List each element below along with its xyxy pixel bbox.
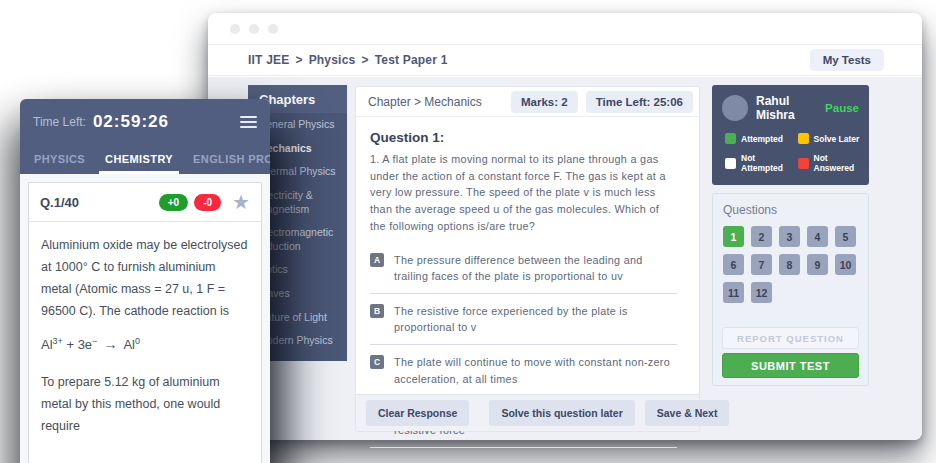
option-c[interactable]: C The plate will continue to move with c… [356,345,699,386]
user-panel: Rahul Mishra Pause Attempted Solve Later… [712,85,869,185]
legend-not-attempted-label: Not Attempted [741,153,794,173]
breadcrumb-item-physics[interactable]: Physics [309,53,356,67]
option-a-text: The pressure difference between the lead… [394,252,677,284]
question-chip-12[interactable]: 12 [751,282,772,303]
cathode-reaction-formula: Al3+ + 3e−→Al0 [41,336,249,352]
breadcrumb-item-test-paper[interactable]: Test Paper 1 [375,53,448,67]
chapter-path-label: Chapter > Mechanics [368,95,503,109]
reaction-arrow-icon: → [103,336,117,352]
option-a[interactable]: A The pressure difference between the le… [356,243,699,284]
window-control-icon[interactable] [268,24,278,34]
option-b-text: The resistive force experienced by the p… [394,303,677,335]
browser-chrome [208,13,922,45]
questions-palette-title: Questions [723,203,858,217]
user-avatar [722,95,748,121]
user-row: Rahul Mishra Pause [712,85,869,130]
attempted-swatch-icon [725,133,736,144]
top-navbar: IIT JEE>Physics>Test Paper 1 My Tests [208,45,922,76]
marks-badge: Marks: 2 [511,91,578,113]
question-chip-8[interactable]: 8 [779,254,800,275]
mobile-header: Time Left: 02:59:26 [20,99,270,144]
question-chip-9[interactable]: 9 [807,254,828,275]
tab-chemistry[interactable]: CHEMISTRY [95,144,183,174]
mobile-question-card: Q.1/40 +0 -0 ★ Aluminium oxide may be el… [28,182,262,463]
window-control-icon[interactable] [230,24,240,34]
question-actions-bar: Clear Response Solve this question later… [356,394,699,431]
legend-not-answered: Not Answered [798,153,861,173]
time-left-badge: Time Left: 25:06 [586,91,693,113]
question-chip-10[interactable]: 10 [835,254,856,275]
status-legend: Attempted Solve Later Not Attempted Not … [712,130,869,175]
breadcrumb-separator: > [295,53,302,67]
mobile-timer: 02:59:26 [93,112,169,132]
questions-palette: Questions 1 2 3 4 5 6 7 8 9 10 11 12 REP… [712,193,869,386]
legend-not-attempted: Not Attempted [725,153,794,173]
hamburger-menu-icon[interactable] [240,113,257,131]
tab-english-proficiency[interactable]: ENGLISH PROFICIENCY [183,144,270,174]
mobile-body: Q.1/40 +0 -0 ★ Aluminium oxide may be el… [20,174,270,463]
question-title: Question 1: [370,130,685,145]
question-chip-3[interactable]: 3 [779,226,800,247]
option-divider [370,447,677,448]
mobile-question-meta-row: Q.1/40 +0 -0 ★ [29,183,261,222]
bookmark-star-icon[interactable]: ★ [232,192,250,212]
option-a-letter-chip: A [370,253,384,267]
option-b[interactable]: B The resistive force experienced by the… [356,294,699,335]
negative-marks-badge: -0 [194,194,221,211]
question-counter: Q.1/40 [40,195,153,210]
question-panel: Chapter > Mechanics Marks: 2 Time Left: … [355,86,700,432]
question-chip-7[interactable]: 7 [751,254,772,275]
option-c-text: The plate will continue to move with con… [394,354,677,386]
mobile-option-1[interactable]: 5.49×101 C of electricity [41,450,249,463]
mobile-time-left-label: Time Left: [33,115,86,129]
question-chip-5[interactable]: 5 [835,226,856,247]
solve-later-button[interactable]: Solve this question later [489,400,634,426]
question-chip-11[interactable]: 11 [723,282,744,303]
breadcrumb-item-iit-jee[interactable]: IIT JEE [248,53,289,67]
question-panel-header: Chapter > Mechanics Marks: 2 Time Left: … [356,87,699,117]
breadcrumb: IIT JEE>Physics>Test Paper 1 [248,53,448,67]
my-tests-button[interactable]: My Tests [810,49,884,71]
report-question-button[interactable]: REPORT QUESTION [722,327,859,349]
question-chip-4[interactable]: 4 [807,226,828,247]
not-answered-swatch-icon [798,158,809,169]
clear-response-button[interactable]: Clear Response [366,400,469,426]
desktop-browser-window: IIT JEE>Physics>Test Paper 1 My Tests Ch… [208,13,922,440]
user-name: Rahul Mishra [756,94,817,122]
question-chip-2[interactable]: 2 [751,226,772,247]
positive-marks-badge: +0 [159,194,188,211]
question-text: 1. A flat plate is moving normal to its … [370,151,677,235]
right-panel: Rahul Mishra Pause Attempted Solve Later… [712,85,869,386]
save-next-button[interactable]: Save & Next [645,400,730,426]
mobile-subject-tabs: PHYSICS CHEMISTRY ENGLISH PROFICIENCY [20,144,270,174]
mobile-question-paragraph-2: To prepare 5.12 kg of aluminium metal by… [41,372,249,438]
pause-button[interactable]: Pause [825,102,859,114]
tab-physics[interactable]: PHYSICS [24,144,95,174]
question-number-grid: 1 2 3 4 5 6 7 8 9 10 11 12 [723,226,863,303]
legend-attempted: Attempted [725,133,794,144]
breadcrumb-separator: > [361,53,368,67]
window-control-icon[interactable] [249,24,259,34]
option-c-letter-chip: C [370,355,384,369]
question-chip-6[interactable]: 6 [723,254,744,275]
option-b-letter-chip: B [370,304,384,318]
desktop-body: Chapters General Physics Mechanics Therm… [208,77,922,440]
not-attempted-swatch-icon [725,158,736,169]
solve-later-swatch-icon [798,133,809,144]
question-chip-1[interactable]: 1 [723,226,744,247]
legend-solve-later: Solve Later [798,133,861,144]
legend-attempted-label: Attempted [741,134,783,144]
mobile-question-paragraph-1: Aluminium oxide may be electrolysed at 1… [41,235,249,323]
mobile-app-window: Time Left: 02:59:26 PHYSICS CHEMISTRY EN… [20,99,270,463]
mobile-question-content: Aluminium oxide may be electrolysed at 1… [29,222,261,463]
submit-test-button[interactable]: SUBMIT TEST [722,353,859,378]
legend-not-answered-label: Not Answered [814,153,861,173]
legend-solve-later-label: Solve Later [814,134,860,144]
